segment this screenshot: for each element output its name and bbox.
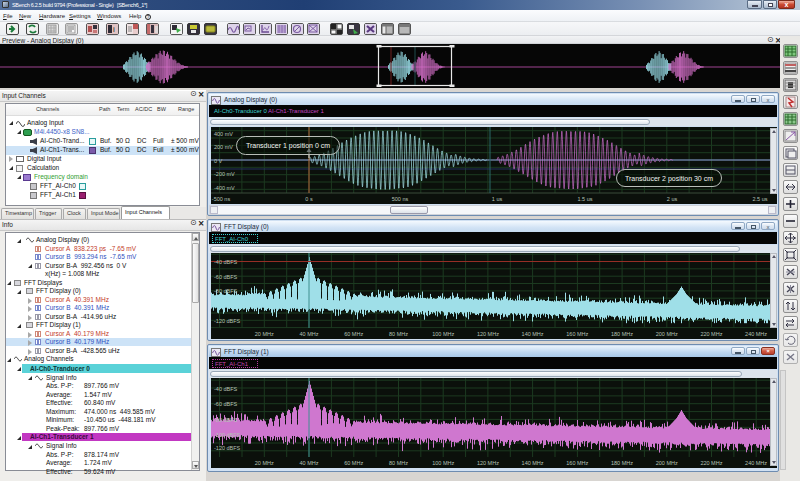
- svg-text:-200 mV: -200 mV: [214, 171, 235, 177]
- svg-text:40 MHz: 40 MHz: [300, 331, 319, 337]
- svg-text:400 mV: 400 mV: [214, 131, 233, 137]
- svg-text:2 us: 2 us: [667, 196, 678, 202]
- svg-text:240 MHz: 240 MHz: [745, 460, 767, 466]
- svg-text:80 MHz: 80 MHz: [389, 331, 408, 337]
- svg-text:140 MHz: 140 MHz: [522, 460, 544, 466]
- svg-text:-80 dBFS: -80 dBFS: [214, 417, 238, 423]
- svg-text:-120 dBFS: -120 dBFS: [214, 318, 241, 324]
- svg-text:80 MHz: 80 MHz: [389, 460, 408, 466]
- svg-text:-60 dBFS: -60 dBFS: [214, 274, 238, 280]
- svg-text:1.5 us: 1.5 us: [578, 196, 593, 202]
- svg-text:40 MHz: 40 MHz: [300, 460, 319, 466]
- svg-text:220 MHz: 220 MHz: [700, 460, 722, 466]
- svg-text:180 MHz: 180 MHz: [611, 460, 633, 466]
- svg-text:100 MHz: 100 MHz: [432, 460, 454, 466]
- svg-text:-60 dBFS: -60 dBFS: [214, 401, 238, 407]
- svg-text:60 MHz: 60 MHz: [344, 460, 363, 466]
- svg-text:180 MHz: 180 MHz: [611, 331, 633, 337]
- svg-text:120 MHz: 120 MHz: [477, 460, 499, 466]
- svg-text:100 MHz: 100 MHz: [432, 331, 454, 337]
- svg-text:200 mV: 200 mV: [214, 144, 233, 150]
- svg-text:0 s: 0 s: [305, 196, 313, 202]
- svg-text:500 ns: 500 ns: [392, 196, 409, 202]
- svg-text:140 MHz: 140 MHz: [522, 331, 544, 337]
- svg-text:160 MHz: 160 MHz: [566, 460, 588, 466]
- svg-text:160 MHz: 160 MHz: [566, 331, 588, 337]
- svg-text:240 MHz: 240 MHz: [745, 331, 767, 337]
- svg-text:200 MHz: 200 MHz: [656, 331, 678, 337]
- svg-text:-40 dBFS: -40 dBFS: [214, 259, 238, 265]
- svg-text:0 V: 0 V: [214, 158, 223, 164]
- svg-text:-40 dBFS: -40 dBFS: [214, 386, 238, 392]
- svg-text:200 MHz: 200 MHz: [656, 460, 678, 466]
- svg-text:-400 mV: -400 mV: [214, 185, 235, 191]
- svg-text:2.5 us: 2.5 us: [753, 196, 768, 202]
- svg-text:60 MHz: 60 MHz: [344, 331, 363, 337]
- svg-text:-500 ns: -500 ns: [212, 196, 231, 202]
- svg-text:-80 dBFS: -80 dBFS: [214, 288, 238, 294]
- svg-text:i: i: [113, 25, 115, 34]
- svg-text:20 MHz: 20 MHz: [255, 460, 274, 466]
- svg-text:-100 dBFS: -100 dBFS: [214, 432, 241, 438]
- svg-text:120 MHz: 120 MHz: [477, 331, 499, 337]
- svg-text:-120 dBFS: -120 dBFS: [214, 445, 241, 451]
- svg-text:20 MHz: 20 MHz: [255, 331, 274, 337]
- svg-text:220 MHz: 220 MHz: [700, 331, 722, 337]
- svg-text:1 us: 1 us: [492, 196, 503, 202]
